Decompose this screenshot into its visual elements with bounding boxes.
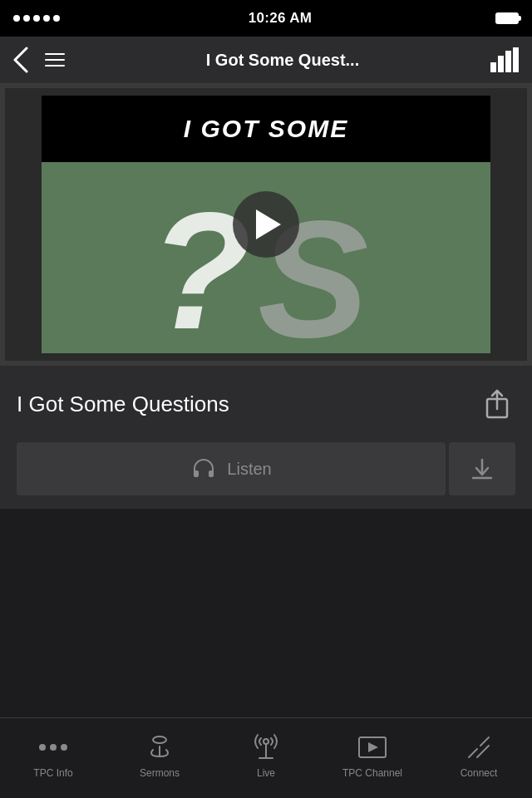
signal-dots — [13, 15, 60, 22]
signal-dot-5 — [53, 15, 60, 22]
tpc-channel-label: TPC Channel — [342, 767, 402, 779]
status-right — [495, 12, 519, 24]
play-button[interactable] — [233, 191, 299, 258]
menu-line-3 — [45, 65, 65, 66]
video-thumbnail: I GOT SOME ? S — [42, 96, 490, 353]
nav-bar: I Got Some Quest... — [0, 37, 532, 83]
tab-live[interactable]: Live — [213, 732, 319, 784]
battery-icon — [495, 12, 519, 24]
tpc-channel-icon — [357, 732, 387, 762]
sermon-title-row: I Got Some Questions — [17, 386, 515, 422]
sermons-label: Sermons — [140, 767, 180, 779]
signal-dot-2 — [23, 15, 30, 22]
svg-line-18 — [477, 746, 489, 757]
svg-rect-9 — [153, 736, 166, 743]
sermon-title: I Got Some Questions — [17, 392, 229, 417]
share-button[interactable] — [479, 386, 515, 422]
menu-line-2 — [45, 59, 65, 61]
svg-marker-15 — [368, 742, 378, 752]
svg-text:?: ? — [150, 178, 251, 353]
video-title-area: I GOT SOME — [42, 96, 490, 162]
connect-label: Connect — [461, 767, 498, 779]
status-time: 10:26 AM — [249, 10, 312, 27]
tpc-info-icon — [39, 732, 67, 762]
signal-dot-1 — [13, 15, 20, 22]
svg-line-17 — [480, 737, 489, 746]
svg-rect-0 — [490, 62, 496, 72]
download-icon — [470, 456, 495, 481]
status-bar: 10:26 AM — [0, 0, 532, 37]
tab-sermons[interactable]: Sermons — [106, 732, 213, 784]
download-button[interactable] — [449, 442, 515, 495]
listen-label: Listen — [227, 460, 271, 479]
play-icon — [256, 209, 281, 239]
video-player[interactable]: I GOT SOME ? S — [42, 96, 490, 353]
listen-button[interactable]: Listen — [17, 442, 446, 495]
tab-connect[interactable]: Connect — [426, 732, 532, 784]
sermons-icon — [148, 732, 171, 762]
live-icon — [253, 732, 279, 762]
live-label: Live — [257, 767, 275, 779]
nav-title: I Got Some Quest... — [88, 51, 477, 70]
signal-dot-3 — [33, 15, 40, 22]
stats-button[interactable] — [490, 47, 519, 72]
tab-bar: TPC Info Sermons Live — [0, 717, 532, 798]
tab-tpc-info[interactable]: TPC Info — [0, 732, 106, 784]
menu-button[interactable] — [42, 50, 68, 70]
content-area: I Got Some Questions Listen — [0, 366, 532, 509]
video-title-text: I GOT SOME — [184, 115, 348, 143]
video-container: I GOT SOME ? S — [0, 83, 532, 366]
svg-rect-2 — [505, 51, 511, 72]
svg-line-16 — [469, 749, 477, 757]
svg-rect-1 — [498, 56, 504, 72]
status-left — [13, 15, 65, 22]
back-button[interactable] — [13, 47, 28, 73]
action-buttons: Listen — [17, 442, 515, 495]
svg-rect-3 — [513, 47, 519, 72]
tpc-info-label: TPC Info — [33, 767, 72, 779]
tab-tpc-channel[interactable]: TPC Channel — [319, 732, 426, 784]
menu-line-1 — [45, 53, 65, 55]
signal-dot-4 — [43, 15, 50, 22]
headphones-icon — [190, 456, 217, 482]
connect-icon — [466, 732, 492, 762]
